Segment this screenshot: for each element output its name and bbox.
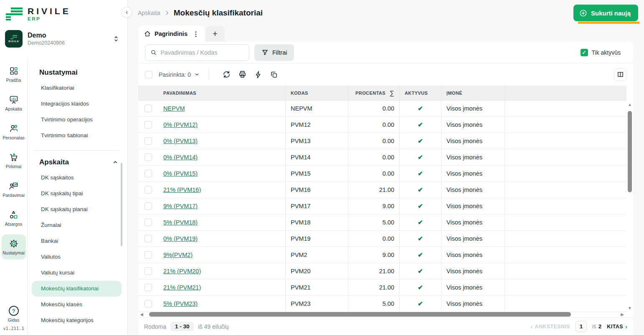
- row-name-link[interactable]: 0% (PVM15): [163, 170, 198, 177]
- row-name-link[interactable]: 5% (PVM23): [163, 300, 198, 307]
- filters-button[interactable]: Filtrai: [254, 44, 294, 61]
- sidebar-item[interactable]: DK sąskaitų tipai: [32, 186, 122, 202]
- row-name-link[interactable]: NEPVM: [163, 105, 185, 112]
- row-checkbox[interactable]: [145, 219, 152, 226]
- column-header-procentas[interactable]: PROCENTAS ∑: [348, 86, 399, 100]
- sidebar-item[interactable]: Bankai: [32, 233, 122, 249]
- rail-item-pradzia[interactable]: Pradžia: [2, 62, 26, 87]
- active-check-icon: ✔: [418, 202, 423, 210]
- rail-item-nustatymai[interactable]: Nustatymai: [2, 234, 26, 259]
- row-checkbox[interactable]: [145, 202, 152, 210]
- print-button[interactable]: [234, 68, 250, 81]
- refresh-button[interactable]: [218, 68, 234, 81]
- row-checkbox[interactable]: [145, 267, 152, 275]
- rail-item-pardavimai[interactable]: Pardavimai: [2, 177, 26, 202]
- sigma-icon[interactable]: ∑: [390, 89, 394, 96]
- row-checkbox[interactable]: [145, 284, 152, 291]
- column-header-pavadinimas[interactable]: PAVADINIMAS: [158, 86, 285, 100]
- next-page-button[interactable]: KITAS ›: [607, 323, 627, 330]
- row-checkbox[interactable]: [145, 186, 152, 194]
- scroll-down-icon[interactable]: ▼: [628, 306, 632, 311]
- row-checkbox[interactable]: [145, 137, 152, 145]
- row-checkbox[interactable]: [145, 170, 152, 177]
- column-header-imone[interactable]: ĮMONĖ: [441, 86, 505, 100]
- row-checkbox[interactable]: [145, 251, 152, 259]
- row-checkbox[interactable]: [145, 121, 152, 128]
- sidebar-item[interactable]: Valiutų kursai: [32, 265, 122, 281]
- row-percent-cell: 5.00: [348, 296, 399, 312]
- row-name-link[interactable]: 21% (PVM20): [163, 268, 201, 275]
- add-tab-button[interactable]: +: [205, 26, 225, 42]
- column-header-aktyvus[interactable]: AKTYVUS: [399, 86, 441, 100]
- toolbar-divider: [209, 69, 209, 80]
- breadcrumb[interactable]: Apskaita: [138, 10, 160, 16]
- current-page-input[interactable]: 1: [576, 321, 587, 332]
- row-name-link[interactable]: 0% (PVM12): [163, 121, 198, 128]
- sidebar-item[interactable]: Valiutos: [32, 249, 122, 265]
- sidebar-collapse-button[interactable]: ‹: [122, 7, 132, 18]
- avatar-logo-icon: [10, 35, 17, 39]
- row-checkbox[interactable]: [145, 300, 152, 307]
- active-check-icon: ✔: [418, 251, 423, 259]
- rail-item-pirkimai[interactable]: Pirkimai: [2, 148, 26, 173]
- rail-item-atsargos[interactable]: Atsargos: [2, 206, 26, 231]
- create-new-button[interactable]: Sukurti naują: [573, 5, 638, 21]
- column-header-kodas[interactable]: KODAS: [285, 86, 348, 100]
- previous-page-button[interactable]: ‹ ANKSTESNIS: [530, 323, 570, 330]
- sidebar-item[interactable]: Tvirtinimo šablonai: [32, 128, 122, 144]
- row-name-link[interactable]: 0% (PVM14): [163, 154, 198, 161]
- row-name-link[interactable]: 21% (PVM16): [163, 186, 201, 193]
- rail-item-apskaita[interactable]: Apskaita: [2, 91, 26, 116]
- sidebar-item[interactable]: Klasifikatoriai: [32, 80, 122, 96]
- row-active-cell: ✔: [399, 133, 441, 149]
- plus-circle-icon: [579, 9, 587, 17]
- people-icon: [9, 123, 19, 133]
- row-name-link[interactable]: 9% (PVM17): [163, 203, 198, 209]
- row-name-link[interactable]: 0% (PVM13): [163, 138, 198, 144]
- menu-section-title[interactable]: Apskaita: [32, 158, 122, 166]
- selected-count[interactable]: Pasirinkta: 0: [159, 71, 200, 78]
- vertical-scroll-thumb[interactable]: [628, 111, 632, 192]
- sidebar-item[interactable]: Integracijos klaidos: [32, 96, 122, 112]
- sidebar-item[interactable]: DK sąskaitos: [32, 170, 122, 186]
- sidebar-item[interactable]: DK sąskaitų planai: [32, 202, 122, 217]
- scroll-up-icon[interactable]: ▲: [628, 102, 632, 107]
- row-select-cell: [138, 247, 158, 263]
- sidebar-item[interactable]: Tvirtinimo operacijos: [32, 112, 122, 128]
- sidebar-item[interactable]: Mokesčių klasės: [32, 297, 122, 312]
- actions-button[interactable]: [250, 68, 266, 81]
- rail-item-personalas[interactable]: Personalas: [2, 119, 26, 144]
- account-switcher[interactable]: RIVILE Demo Demo20240906: [5, 30, 122, 48]
- tab-menu-icon[interactable]: ⋮: [191, 30, 200, 38]
- scroll-left-icon[interactable]: ◀: [139, 312, 144, 317]
- active-only-toggle[interactable]: ✓ Tik aktyvūs: [581, 49, 621, 56]
- vertical-scrollbar[interactable]: ▲ ▼: [626, 102, 633, 311]
- row-percent-cell: 9.00: [348, 247, 399, 263]
- sidebar-item[interactable]: Mokesčių kategorijos: [32, 312, 122, 328]
- rail-item-gidas[interactable]: ? Gidas: [8, 306, 19, 322]
- row-checkbox[interactable]: [145, 105, 152, 112]
- column-settings-button[interactable]: [614, 68, 626, 81]
- horizontal-scrollbar[interactable]: ◀ ▶: [139, 312, 625, 317]
- rows-total: iš 49 eilučių: [198, 323, 228, 330]
- select-all-checkbox[interactable]: [145, 71, 152, 78]
- scroll-right-icon[interactable]: ▶: [620, 312, 625, 317]
- row-name-link[interactable]: 9%(PVM2): [163, 252, 193, 258]
- question-circle-icon: ?: [9, 306, 19, 316]
- chart-board-icon: [9, 95, 19, 105]
- row-name-link[interactable]: 21% (PVM21): [163, 284, 201, 291]
- tab-pagrindinis[interactable]: Pagrindinis ⋮: [138, 26, 205, 42]
- horizontal-scroll-thumb[interactable]: [149, 312, 571, 317]
- row-name-link[interactable]: 0% (PVM19): [163, 235, 198, 242]
- row-checkbox[interactable]: [145, 235, 152, 242]
- sidebar-item[interactable]: Mokesčių klasifikatoriai: [32, 281, 122, 297]
- copy-button[interactable]: [266, 68, 282, 81]
- sidebar-item[interactable]: Žurnalai: [32, 217, 122, 233]
- chevron-updown-icon: [113, 35, 119, 42]
- row-checkbox[interactable]: [145, 154, 152, 161]
- table-row: 0% (PVM13)PVM130.00✔Visos įmonės: [138, 133, 626, 149]
- row-name-link[interactable]: 5% (PVM18): [163, 219, 198, 226]
- row-active-cell: ✔: [399, 231, 441, 247]
- search-input[interactable]: [160, 49, 244, 56]
- menu-scrollbar[interactable]: [121, 163, 122, 246]
